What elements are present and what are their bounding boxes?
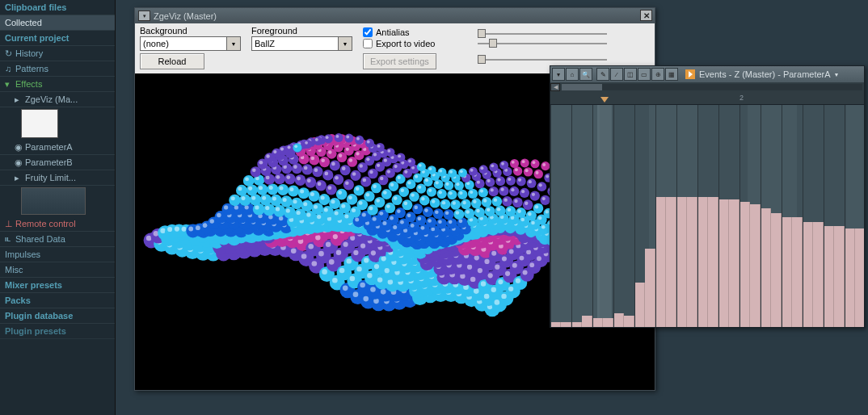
chevron-down-icon[interactable]: ▼ [227, 36, 241, 51]
automation-bar[interactable] [666, 197, 676, 327]
export-settings-button[interactable]: Export settings [363, 53, 436, 69]
automation-bar[interactable] [603, 318, 613, 327]
svg-point-1035 [324, 172, 328, 176]
plugin-thumbnail[interactable] [21, 187, 86, 215]
browser-item-shared[interactable]: ILShared Data [0, 232, 115, 247]
erase-icon[interactable]: ◫ [624, 68, 637, 81]
browser-item[interactable]: Clipboard files [0, 0, 115, 15]
browser-item-plugin-db[interactable]: Plugin database [0, 308, 115, 324]
param-icon: ◉ [15, 140, 23, 155]
select-icon[interactable]: ▭ [638, 68, 651, 81]
automation-bar[interactable] [613, 313, 624, 327]
automation-bar[interactable] [782, 217, 792, 327]
automation-bar[interactable] [813, 222, 824, 327]
automation-bar[interactable] [761, 208, 771, 327]
browser-item-zgeviz[interactable]: ▸ZgeViz (Ma... [0, 92, 115, 107]
automation-bar[interactable] [624, 316, 634, 327]
antialias-checkbox[interactable] [363, 27, 373, 37]
automation-bar[interactable] [550, 322, 561, 327]
automation-bar[interactable] [834, 226, 845, 327]
scroll-left-icon[interactable]: ◀ [550, 83, 560, 91]
horizontal-scrollbar[interactable] [562, 84, 862, 90]
automation-bar[interactable] [771, 213, 782, 327]
browser-item-param-a[interactable]: ◉ParameterA [0, 140, 115, 155]
playhead-marker[interactable] [600, 97, 609, 103]
export-video-checkbox[interactable] [363, 39, 373, 48]
browser-item-remote[interactable]: ⊥Remote control [0, 216, 115, 232]
background-combo[interactable]: ▼ [140, 36, 242, 51]
plugin-thumbnail[interactable] [21, 109, 58, 138]
zoom-icon[interactable]: 🔍 [579, 68, 592, 81]
svg-point-907 [352, 208, 356, 212]
svg-point-890 [267, 184, 278, 195]
foreground-combo[interactable]: ▼ [251, 36, 353, 51]
reload-button[interactable]: Reload [140, 53, 204, 69]
browser-item-mixer-presets[interactable]: Mixer presets [0, 278, 115, 293]
automation-bar[interactable] [634, 283, 645, 327]
automation-bar[interactable] [845, 228, 855, 327]
svg-point-901 [321, 195, 325, 199]
slider-b[interactable] [478, 41, 607, 46]
svg-point-111 [370, 287, 376, 292]
background-input[interactable] [140, 36, 227, 51]
chevron-down-icon[interactable]: ▼ [339, 36, 352, 51]
zoom-tool-icon[interactable]: ⊕ [651, 68, 664, 81]
automation-bar[interactable] [582, 316, 592, 327]
close-icon[interactable]: ✕ [640, 10, 652, 21]
browser-item-patterns[interactable]: ♫Patterns [0, 61, 115, 77]
automation-bar[interactable] [655, 197, 666, 327]
svg-point-167 [315, 235, 320, 240]
svg-point-1209 [535, 205, 538, 208]
automation-bar[interactable] [803, 222, 813, 327]
browser-item-plugin-presets[interactable]: Plugin presets [0, 324, 115, 339]
automation-bar[interactable] [718, 199, 729, 327]
snap-icon[interactable]: ▦ [665, 68, 678, 81]
menu-icon[interactable]: ▾ [552, 68, 565, 81]
window-title: ZgeViz (Master) [154, 11, 217, 21]
svg-point-962 [295, 174, 306, 186]
automation-bar[interactable] [708, 197, 718, 327]
browser-item-param-b[interactable]: ◉ParameterB [0, 155, 115, 170]
automation-bar[interactable] [697, 197, 708, 327]
svg-point-477 [196, 225, 200, 230]
automation-bar[interactable] [739, 202, 750, 327]
slider-c[interactable] [478, 57, 607, 62]
brush-icon[interactable]: ⁄ [610, 68, 623, 81]
browser-item-packs[interactable]: Packs [0, 293, 115, 308]
browser-item-effects[interactable]: ▾Effects [0, 77, 115, 92]
zgeviz-titlebar[interactable]: ▾ ZgeViz (Master) ✕ [135, 8, 655, 23]
automation-bar[interactable] [687, 197, 697, 327]
pencil-icon[interactable]: ✎ [596, 68, 609, 81]
foreground-input[interactable] [251, 36, 339, 51]
slider-a[interactable] [478, 31, 607, 36]
svg-point-1134 [495, 206, 505, 216]
browser-item-impulses[interactable]: Impulses [0, 247, 115, 262]
plugin-menu-icon[interactable]: ▾ [138, 10, 150, 21]
automation-bar[interactable] [824, 226, 834, 327]
timeline-ruler[interactable]: 2 [550, 92, 864, 105]
play-icon[interactable] [685, 69, 695, 79]
antialias-label: Antialias [376, 27, 410, 37]
automation-bar[interactable] [855, 228, 864, 327]
browser-item-history[interactable]: ↻History [0, 46, 115, 61]
svg-point-1271 [511, 188, 514, 191]
svg-point-960 [284, 174, 296, 185]
events-body[interactable] [550, 105, 864, 327]
browser-item[interactable]: Collected [0, 15, 115, 31]
automation-bar[interactable] [676, 197, 687, 327]
svg-point-1157 [266, 154, 269, 157]
automation-bar[interactable] [645, 249, 655, 327]
automation-bar[interactable] [571, 322, 582, 327]
svg-point-1114 [392, 195, 402, 205]
automation-bar[interactable] [750, 204, 761, 327]
automation-bar[interactable] [561, 322, 571, 327]
svg-point-681 [217, 213, 221, 217]
automation-bar[interactable] [592, 318, 603, 327]
automation-bar[interactable] [792, 217, 803, 327]
browser-item[interactable]: Current project [0, 31, 115, 46]
tool-icon[interactable]: ⌂ [566, 68, 579, 81]
browser-item-misc[interactable]: Misc [0, 262, 115, 278]
automation-bar[interactable] [729, 199, 739, 327]
svg-point-205 [167, 227, 172, 232]
browser-item-fruity-limit[interactable]: ▸Fruity Limit... [0, 170, 115, 186]
